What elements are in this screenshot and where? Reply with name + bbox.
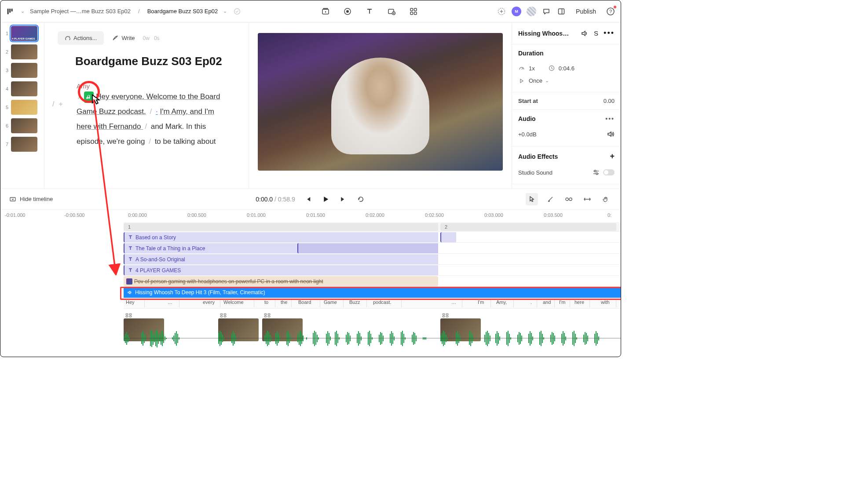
svg-rect-104 — [317, 335, 318, 342]
word-segment[interactable]: . — [528, 299, 537, 307]
svg-rect-197 — [585, 332, 586, 345]
avatar-user[interactable]: M — [512, 7, 521, 16]
media-icon[interactable] — [321, 7, 330, 16]
svg-rect-84 — [268, 332, 269, 345]
svg-rect-176 — [528, 334, 529, 343]
word-segment[interactable]: every — [201, 299, 220, 307]
scene-marker[interactable]: 1 — [124, 223, 438, 231]
breadcrumb-project[interactable]: Sample Project —…me Buzz S03 Ep02 — [30, 8, 131, 15]
sliders-icon[interactable] — [593, 169, 600, 176]
more-icon[interactable]: ••• — [604, 29, 615, 38]
chevron-down-icon[interactable]: ⌄ — [223, 8, 227, 14]
plus-icon[interactable]: + — [610, 152, 615, 161]
speaker-icon[interactable] — [607, 130, 615, 138]
text-clip[interactable]: 4 PLAYER GAMES — [124, 265, 438, 275]
actions-button[interactable]: Actions... — [58, 31, 104, 45]
scene-thumb[interactable] — [11, 44, 37, 59]
text-clip[interactable]: Based on a Story — [124, 232, 438, 242]
word-segment[interactable]: Buzz — [347, 299, 367, 307]
pointer-tool-icon[interactable] — [526, 193, 538, 205]
document-title[interactable]: Boardgame Buzz S03 Ep02 — [44, 49, 249, 81]
speaker-icon[interactable] — [581, 29, 589, 37]
blade-tool-icon[interactable] — [544, 193, 556, 205]
speaker-label[interactable]: Amy — [77, 80, 90, 93]
loop-icon[interactable] — [356, 194, 366, 204]
svg-rect-161 — [487, 331, 488, 346]
word-segment[interactable]: Game — [322, 299, 344, 307]
panel-toggle-icon[interactable] — [556, 7, 566, 16]
word-segment[interactable]: with — [599, 299, 616, 307]
image-clip[interactable]: Pov of person gaming with headphones on … — [124, 276, 438, 286]
scene-marker-icon[interactable]: / — [52, 97, 54, 111]
svg-rect-87 — [275, 333, 276, 344]
svg-rect-168 — [506, 332, 507, 345]
add-icon[interactable]: + — [59, 97, 62, 111]
word-segment[interactable]: Welcome — [221, 299, 254, 307]
video-preview[interactable] — [258, 33, 503, 171]
word-segment[interactable]: the — [278, 299, 292, 307]
word-segment[interactable]: podcast. — [371, 299, 402, 307]
avatar-guest[interactable] — [527, 7, 536, 16]
skip-fwd-icon[interactable] — [338, 194, 348, 204]
word-segment[interactable]: … — [449, 299, 462, 307]
word-segment[interactable]: Board — [296, 299, 320, 307]
word-segment[interactable]: here — [572, 299, 590, 307]
timeline-ruler[interactable]: -0:01.000 -0:00.500 0:00.000 0:00.500 0:… — [0, 210, 621, 222]
scene-thumb[interactable] — [11, 100, 37, 115]
text-clip[interactable]: A So-and-So Original — [124, 254, 438, 264]
mask-tool-icon[interactable] — [563, 193, 575, 205]
publish-button[interactable]: Publish — [571, 5, 600, 18]
scene-thumb[interactable] — [11, 118, 37, 133]
stretch-tool-icon[interactable] — [581, 193, 593, 205]
text-clip[interactable] — [297, 243, 438, 253]
help-icon[interactable]: ? — [606, 7, 615, 16]
skip-back-icon[interactable] — [303, 194, 313, 204]
audio-clip-selected[interactable]: Hissing Whoosh To Deep Hit 3 (Film, Trai… — [124, 287, 621, 298]
scene-thumb[interactable] — [11, 81, 37, 96]
svg-line-19 — [522, 68, 523, 69]
write-button[interactable]: Write — [112, 35, 135, 42]
svg-rect-112 — [337, 334, 338, 343]
breadcrumb-file[interactable]: Boardgame Buzz S03 Ep02 — [147, 8, 218, 15]
text-clip[interactable] — [440, 232, 456, 242]
word-segment[interactable]: to — [262, 299, 275, 307]
chevron-down-icon[interactable]: ⌄ — [21, 8, 25, 14]
hide-timeline-button[interactable]: Hide timeline — [9, 196, 53, 203]
studio-sound-toggle[interactable] — [603, 169, 615, 175]
svg-rect-108 — [329, 333, 329, 344]
svg-rect-76 — [223, 337, 224, 340]
captions-icon[interactable] — [387, 7, 396, 16]
app-logo[interactable] — [6, 7, 15, 16]
record-icon[interactable] — [343, 7, 352, 16]
transcript[interactable]: / + Amy / Hey everyone. Welcome to the B… — [44, 81, 249, 149]
speed-letter[interactable]: S — [594, 29, 598, 37]
plus-icon[interactable] — [497, 7, 506, 16]
svg-rect-157 — [472, 334, 472, 343]
word-segment[interactable]: Hey — [124, 299, 145, 307]
svg-rect-187 — [554, 336, 555, 341]
svg-rect-116 — [348, 333, 349, 344]
more-icon[interactable]: ••• — [605, 115, 615, 122]
scene-marker[interactable]: 2 — [440, 223, 616, 231]
word-segment[interactable]: Amy, — [494, 299, 514, 307]
scene-thumb[interactable] — [11, 63, 37, 78]
word-segment[interactable]: I'm — [476, 299, 491, 307]
gain-value[interactable]: +0.0dB — [518, 131, 537, 138]
word-segment[interactable]: … — [165, 299, 179, 307]
svg-rect-107 — [327, 331, 328, 346]
music-chip-icon[interactable] — [84, 91, 94, 103]
text-icon[interactable] — [365, 7, 374, 16]
word-segment[interactable]: I'm — [557, 299, 570, 307]
svg-rect-198 — [586, 333, 587, 344]
svg-rect-60 — [159, 336, 160, 341]
sync-status-icon — [232, 7, 242, 16]
play-icon[interactable] — [321, 194, 330, 204]
scene-thumb[interactable]: 4 PLAYER GAMES — [11, 26, 37, 41]
word-segment[interactable]: and — [541, 299, 555, 307]
repeat-icon — [518, 77, 525, 84]
apps-icon[interactable] — [409, 7, 418, 16]
scene-thumb[interactable] — [11, 137, 37, 152]
svg-rect-127 — [380, 332, 381, 345]
comment-icon[interactable] — [542, 7, 551, 16]
hand-tool-icon[interactable] — [600, 193, 612, 205]
